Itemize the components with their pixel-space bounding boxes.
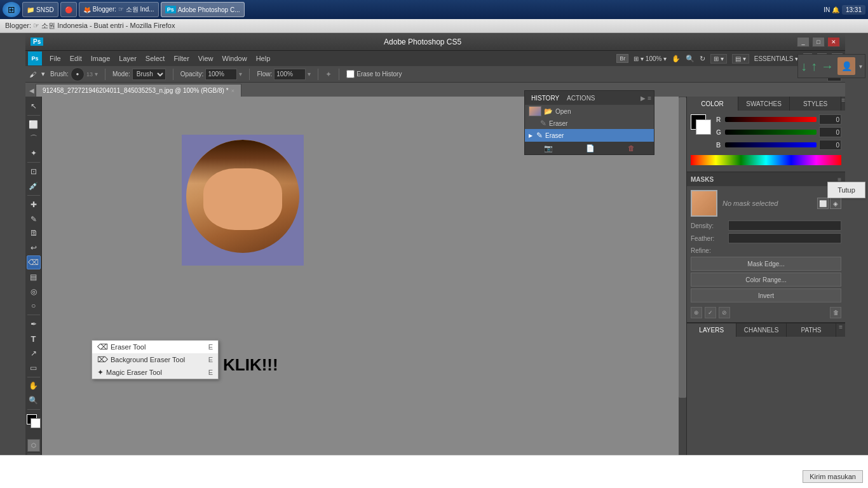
history-delete-btn[interactable]: 🗑 [628, 144, 635, 152]
menu-filter[interactable]: Filter [170, 53, 193, 64]
tab-swatches[interactable]: SWATCHES [738, 97, 790, 111]
essentials-btn[interactable]: ESSENTIALS ▾ [754, 55, 798, 62]
mask-disable-btn[interactable]: ⊘ [719, 307, 730, 318]
tool-preset-icon[interactable]: 🖌 [29, 71, 36, 78]
menu-window[interactable]: Window [219, 53, 251, 64]
history-item-eraser2[interactable]: ▶ ✎ Eraser [525, 129, 654, 142]
tabs-collapse-btn[interactable]: ◀ [28, 84, 36, 97]
brush-preview[interactable]: ● [71, 67, 85, 81]
close-button[interactable]: ✕ [827, 37, 840, 47]
tab-layers[interactable]: LAYERS [687, 323, 736, 337]
tab-close-btn[interactable]: × [231, 88, 234, 94]
maximize-button[interactable]: □ [812, 37, 825, 47]
text-tool-btn[interactable]: T [27, 332, 41, 346]
stamp-tool-btn[interactable]: 🖺 [27, 226, 41, 240]
arrange-2-btn[interactable]: ▤ ▾ [732, 54, 749, 64]
arrow-up-icon[interactable]: ↑ [811, 59, 817, 74]
menu-file[interactable]: File [46, 53, 65, 64]
invert-btn[interactable]: Invert [691, 288, 841, 302]
mask-delete-btn[interactable]: 🗑 [830, 307, 841, 318]
taskbar-btn-snsd[interactable]: 📁 SNSD [22, 2, 58, 17]
add-pixel-mask-btn[interactable]: ⬜ [817, 198, 829, 209]
kirim-btn[interactable]: Kirim masukan [803, 470, 863, 483]
tab-paths[interactable]: PATHS [787, 323, 836, 337]
taskbar-btn-2[interactable]: 🔴 [60, 2, 77, 17]
crop-tool-btn[interactable]: ⊡ [27, 165, 41, 179]
tool-preset-arrow[interactable]: ▾ [41, 70, 45, 78]
arrow-right-icon[interactable]: → [821, 59, 834, 74]
tab-styles[interactable]: STYLES [790, 97, 841, 111]
blur-tool-btn[interactable]: ◎ [27, 285, 41, 299]
color-panel-options[interactable]: ≡ [841, 97, 845, 111]
brush-dropdown[interactable]: ▾ [95, 71, 98, 78]
history-new-doc-btn[interactable]: 📄 [586, 144, 595, 152]
lasso-tool-btn[interactable]: ⌒ [27, 132, 41, 146]
density-input[interactable] [728, 220, 841, 231]
taskbar-btn-blogger[interactable]: 🦊 Blogger: ☞ 소원 Ind... [79, 2, 159, 17]
vscroll-thumb[interactable] [679, 97, 686, 398]
healing-brush-btn[interactable]: ✚ [27, 198, 41, 212]
brush-tool-btn[interactable]: ✎ [27, 212, 41, 226]
vertical-scrollbar[interactable] [679, 97, 686, 473]
mask-load-btn[interactable]: ⊕ [691, 307, 702, 318]
move-tool-btn[interactable]: ↖ [27, 99, 41, 113]
opacity-input[interactable] [205, 69, 237, 80]
b-input[interactable] [819, 140, 841, 150]
shape-tool-btn[interactable]: ▭ [27, 361, 41, 375]
history-item-open[interactable]: 📂 Open [525, 105, 654, 118]
menu-view[interactable]: View [194, 53, 217, 64]
r-slider[interactable] [725, 117, 817, 122]
dodge-tool-btn[interactable]: ○ [27, 299, 41, 313]
history-tab[interactable]: HISTORY [527, 93, 563, 103]
color-spectrum[interactable] [691, 155, 841, 165]
menu-help[interactable]: Help [252, 53, 275, 64]
g-slider[interactable] [725, 130, 817, 135]
kirim-masukan-btn[interactable]: Kirim masukan [803, 470, 863, 483]
eyedropper-btn[interactable]: 💉 [27, 179, 41, 193]
layers-panel-options[interactable]: ≡ [836, 323, 845, 337]
zoom-tool-icon[interactable]: 🔍 [686, 55, 695, 63]
tutup-button[interactable]: Tutup [827, 182, 865, 198]
hand-tool-btn[interactable]: ✋ [27, 379, 41, 393]
erase-history-checkbox[interactable] [346, 70, 355, 78]
mask-edge-btn[interactable]: Mask Edge... [691, 257, 841, 271]
flow-arrow[interactable]: ▾ [308, 71, 311, 78]
arrow-down-icon[interactable]: ↓ [801, 59, 807, 74]
g-input[interactable] [819, 127, 841, 137]
opacity-arrow[interactable]: ▾ [239, 71, 242, 78]
arrange-btn[interactable]: ⊞ ▾ [710, 54, 727, 64]
avatar-dropdown[interactable]: ▾ [859, 63, 862, 70]
eraser-tool-btn[interactable]: ⌫ [27, 255, 41, 269]
start-button[interactable]: ⊞ [3, 2, 20, 17]
menu-select[interactable]: Select [142, 53, 169, 64]
menu-layer[interactable]: Layer [115, 53, 140, 64]
tab-color[interactable]: COLOR [687, 97, 738, 111]
mode-select[interactable]: Brush [132, 69, 166, 80]
history-item-eraser1[interactable]: ✎ Eraser [525, 118, 654, 129]
tab-channels[interactable]: CHANNELS [736, 323, 786, 337]
actions-tab[interactable]: ACTIONS [563, 93, 599, 103]
hand-tool-icon[interactable]: ✋ [672, 55, 681, 63]
quick-mask-btn[interactable]: ⬡ [27, 439, 40, 452]
erase-history-option[interactable]: Erase to History [346, 70, 402, 78]
minimize-button[interactable]: _ [797, 37, 810, 47]
history-brush-btn[interactable]: ↩ [27, 241, 41, 255]
history-new-snapshot-btn[interactable]: 📷 [544, 144, 553, 152]
menu-edit[interactable]: Edit [66, 53, 86, 64]
marquee-tool-btn[interactable]: ⬜ [27, 118, 41, 132]
background-eraser-option[interactable]: ⌦ Background Eraser Tool E [92, 353, 218, 366]
menu-image[interactable]: Image [87, 53, 114, 64]
eraser-tool-option[interactable]: ⌫ Eraser Tool E [92, 341, 218, 353]
background-color-swatch[interactable] [31, 418, 41, 428]
mask-thumbnail[interactable] [691, 190, 717, 217]
gradient-tool-btn[interactable]: ▤ [27, 270, 41, 284]
r-input[interactable] [819, 114, 841, 125]
pen-tool-btn[interactable]: ✒ [27, 317, 41, 331]
color-range-btn[interactable]: Color Range... [691, 273, 841, 287]
flow-input[interactable] [274, 69, 306, 80]
add-vector-mask-btn[interactable]: ◈ [830, 198, 841, 209]
magic-eraser-option[interactable]: ✦ Magic Eraser Tool E [92, 366, 218, 379]
path-select-btn[interactable]: ↗ [27, 346, 41, 360]
history-options-btn[interactable]: ▶ ≡ [641, 95, 651, 102]
bg-color-preview[interactable] [696, 119, 711, 135]
